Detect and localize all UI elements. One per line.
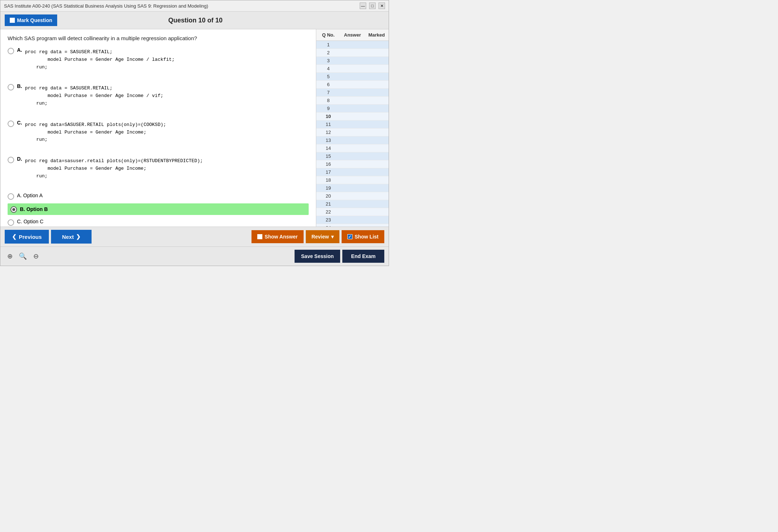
question-list-row-4[interactable]: 4 <box>316 65 389 73</box>
question-list-row-2[interactable]: 2 <box>316 49 389 57</box>
answer-option-a[interactable]: A. Option A <box>8 193 309 200</box>
save-session-label: Save Session <box>301 253 334 259</box>
row-answer-1 <box>341 44 365 46</box>
next-label: Next <box>62 234 74 240</box>
question-list-row-21[interactable]: 21 <box>316 200 389 208</box>
row-answer-23 <box>341 219 365 221</box>
row-answer-3 <box>341 60 365 62</box>
mark-checkbox-icon <box>10 18 15 23</box>
row-qno-16: 16 <box>316 160 341 168</box>
window-title: SAS Institute A00-240 (SAS Statistical B… <box>4 3 208 9</box>
row-marked-5 <box>364 76 389 78</box>
question-list-row-15[interactable]: 15 <box>316 152 389 160</box>
question-list-row-14[interactable]: 14 <box>316 144 389 152</box>
question-list-row-3[interactable]: 3 <box>316 57 389 65</box>
row-marked-9 <box>364 107 389 110</box>
row-qno-11: 11 <box>316 121 341 128</box>
review-label: Review <box>312 234 329 240</box>
row-marked-19 <box>364 187 389 189</box>
option-b-radio[interactable] <box>8 84 14 90</box>
answer-radio-a[interactable] <box>8 193 14 200</box>
row-marked-8 <box>364 100 389 102</box>
zoom-controls: ⊕ 🔍 ⊖ <box>5 251 41 261</box>
question-list-row-16[interactable]: 16 <box>316 160 389 168</box>
row-answer-20 <box>341 195 365 197</box>
answer-radio-c[interactable] <box>8 219 14 226</box>
option-d-letter: D. <box>17 156 22 162</box>
answer-option-c[interactable]: C. Option C <box>8 219 309 226</box>
question-list-row-5[interactable]: 5 <box>316 73 389 81</box>
show-list-button[interactable]: ✓ Show List <box>342 230 384 243</box>
row-answer-18 <box>341 179 365 181</box>
row-marked-16 <box>364 163 389 165</box>
row-answer-2 <box>341 52 365 54</box>
minimize-button[interactable]: — <box>360 3 366 9</box>
zoom-in-button[interactable]: ⊕ <box>5 251 15 261</box>
row-qno-21: 21 <box>316 200 341 208</box>
close-button[interactable]: ✕ <box>379 3 385 9</box>
option-d-radio[interactable] <box>8 157 14 163</box>
previous-label: Previous <box>19 234 42 240</box>
show-list-label: Show List <box>355 234 379 240</box>
answer-option-b[interactable]: B. Option B <box>8 203 309 215</box>
option-b-row: B. proc reg data = SASUSER.RETAIL; model… <box>8 83 309 114</box>
question-list-row-17[interactable]: 17 <box>316 168 389 176</box>
question-list-row-12[interactable]: 12 <box>316 128 389 136</box>
col-answer: Answer <box>341 31 365 39</box>
answer-label-b: B. Option B <box>20 206 48 212</box>
question-list-row-6[interactable]: 6 <box>316 81 389 89</box>
question-list-row-19[interactable]: 19 <box>316 184 389 192</box>
question-list-row-24[interactable]: 24 <box>316 224 389 227</box>
save-session-button[interactable]: Save Session <box>295 250 340 263</box>
question-list-row-23[interactable]: 23 <box>316 216 389 224</box>
toolbar: Mark Question Question 10 of 10 <box>0 12 389 29</box>
next-button[interactable]: Next <box>51 230 92 244</box>
row-qno-15: 15 <box>316 152 341 160</box>
row-qno-22: 22 <box>316 208 341 216</box>
question-list-scroll[interactable]: 1234567891011121314151617181920212223242… <box>316 41 389 227</box>
row-marked-3 <box>364 60 389 62</box>
row-qno-10: 10 <box>316 113 341 120</box>
question-list-row-13[interactable]: 13 <box>316 136 389 144</box>
answer-radio-b[interactable] <box>10 206 17 213</box>
question-list-row-22[interactable]: 22 <box>316 208 389 216</box>
maximize-button[interactable]: □ <box>369 3 376 9</box>
end-exam-button[interactable]: End Exam <box>342 250 384 263</box>
code-c: proc reg data=SASUSER.RETAIL plots(only)… <box>25 120 166 145</box>
row-marked-1 <box>364 44 389 46</box>
previous-button[interactable]: Previous <box>5 230 49 244</box>
row-qno-9: 9 <box>316 105 341 112</box>
right-buttons: Show Answer Review ✓ Show List <box>251 230 384 243</box>
row-answer-19 <box>341 187 365 189</box>
show-answer-button[interactable]: Show Answer <box>251 230 303 243</box>
question-list-row-18[interactable]: 18 <box>316 176 389 184</box>
question-list-row-8[interactable]: 8 <box>316 97 389 105</box>
mark-question-button[interactable]: Mark Question <box>5 14 57 26</box>
end-exam-label: End Exam <box>351 253 376 259</box>
option-a-letter: A. <box>17 47 22 53</box>
question-list-row-1[interactable]: 1 <box>316 41 389 49</box>
row-answer-9 <box>341 107 365 110</box>
row-qno-6: 6 <box>316 81 341 88</box>
main-content: Which SAS program will detect collineari… <box>0 29 389 227</box>
question-list-row-20[interactable]: 20 <box>316 192 389 200</box>
nav-buttons: Previous Next <box>5 230 92 244</box>
question-list-row-7[interactable]: 7 <box>316 89 389 97</box>
row-qno-8: 8 <box>316 97 341 104</box>
option-a-radio[interactable] <box>8 48 14 54</box>
question-list-row-9[interactable]: 9 <box>316 105 389 113</box>
row-qno-4: 4 <box>316 65 341 72</box>
zoom-out-button[interactable]: ⊖ <box>31 251 41 261</box>
question-list-row-10[interactable]: 10 <box>316 113 389 121</box>
question-list-row-11[interactable]: 11 <box>316 121 389 128</box>
main-window: SAS Institute A00-240 (SAS Statistical B… <box>0 0 389 266</box>
review-button[interactable]: Review <box>306 230 339 243</box>
row-qno-5: 5 <box>316 73 341 80</box>
option-b-letter: B. <box>17 83 22 89</box>
mark-question-label: Mark Question <box>17 17 52 23</box>
code-b: proc reg data = SASUSER.RETAIL; model Pu… <box>25 83 163 109</box>
zoom-normal-button[interactable]: 🔍 <box>18 251 28 261</box>
option-c-radio[interactable] <box>8 121 14 127</box>
chevron-right-icon <box>76 233 81 240</box>
code-a: proc reg data = SASUSER.RETAIL; model Pu… <box>25 47 174 72</box>
